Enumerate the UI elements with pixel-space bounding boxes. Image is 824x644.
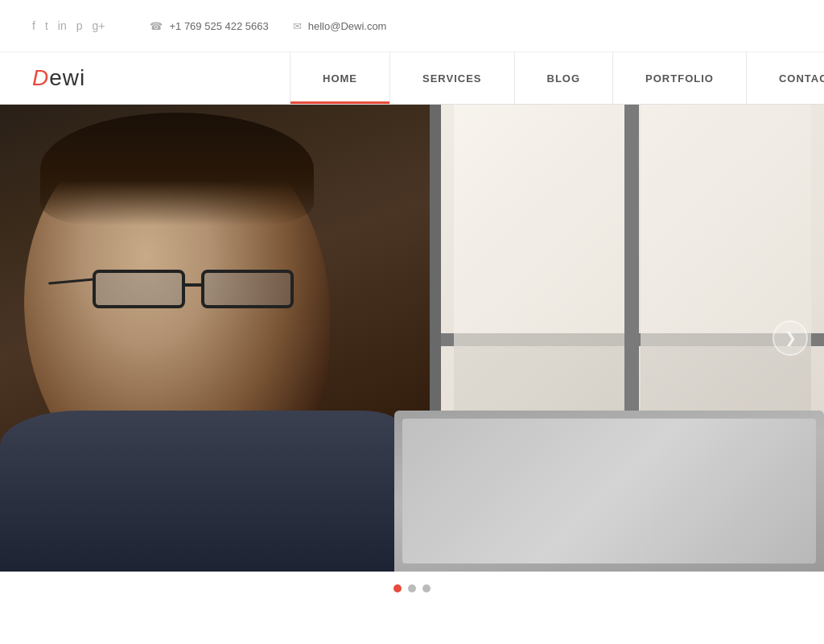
top-bar: f t in p g+ ☎ +1 769 525 422 5663 ✉ hell… [0, 0, 824, 52]
googleplus-icon[interactable]: g+ [92, 19, 105, 32]
linkedin-icon[interactable]: in [58, 19, 67, 32]
email-contact: ✉ hello@Dewi.com [293, 20, 387, 32]
social-icons: f t in p g+ [32, 19, 105, 32]
nav-item-contact[interactable]: CONTACT [747, 52, 824, 104]
nav-item-portfolio[interactable]: PORTFOLIO [613, 52, 747, 104]
hero-photo [0, 105, 824, 572]
slider-dot-2[interactable] [408, 584, 416, 592]
facebook-icon[interactable]: f [32, 19, 35, 32]
logo-text-rest: ewi [49, 65, 85, 90]
logo-letter-d: D [32, 65, 49, 90]
pinterest-icon[interactable]: p [76, 19, 83, 32]
top-bar-left: f t in p g+ ☎ +1 769 525 422 5663 ✉ hell… [32, 19, 386, 32]
nav-links: HOME SERVICES BLOG PORTFOLIO CONTACT [290, 52, 824, 104]
logo: Dewi [32, 65, 85, 91]
phone-contact: ☎ +1 769 525 422 5663 [150, 20, 268, 32]
twitter-icon[interactable]: t [45, 19, 48, 32]
nav-item-home[interactable]: HOME [290, 52, 390, 104]
contact-info: ☎ +1 769 525 422 5663 ✉ hello@Dewi.com [150, 20, 386, 32]
nav-item-blog[interactable]: BLOG [515, 52, 614, 104]
logo-area: Dewi [0, 52, 290, 104]
hero-slider: ❯ [0, 105, 824, 572]
phone-number: +1 769 525 422 5663 [169, 20, 268, 32]
slider-next-button[interactable]: ❯ [772, 320, 808, 356]
slider-dot-3[interactable] [422, 584, 431, 592]
email-icon: ✉ [293, 20, 302, 32]
nav-item-services[interactable]: SERVICES [390, 52, 515, 104]
slider-dots [0, 572, 824, 605]
phone-icon: ☎ [150, 20, 163, 32]
slider-dot-1[interactable] [393, 584, 402, 592]
navigation-bar: Dewi HOME SERVICES BLOG PORTFOLIO CONTAC… [0, 52, 824, 105]
email-address: hello@Dewi.com [308, 20, 387, 32]
